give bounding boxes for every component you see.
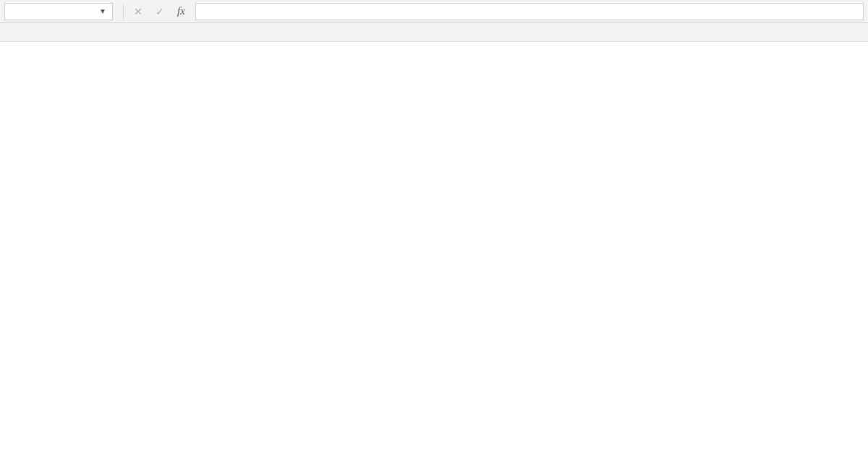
enter-icon[interactable]: ✓ [156,6,164,17]
formula-bar-buttons: ✕ ✓ fx [134,5,185,17]
chevron-down-icon[interactable]: ▼ [99,7,106,15]
formula-bar: ▼ ✕ ✓ fx [0,0,868,23]
cancel-icon[interactable]: ✕ [134,6,142,17]
formula-input[interactable] [195,3,864,20]
ribbon-gap [0,23,868,42]
fx-icon[interactable]: fx [177,5,185,17]
divider [123,4,124,19]
name-box-input[interactable] [11,6,83,17]
name-box[interactable]: ▼ [4,3,113,20]
